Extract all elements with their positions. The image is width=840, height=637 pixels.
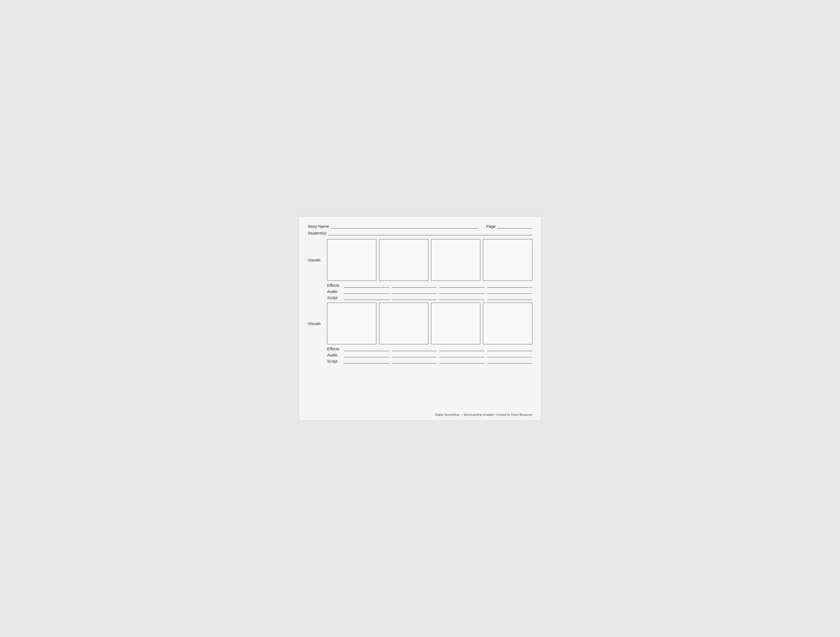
script-row-2: Script (327, 359, 532, 364)
effects-fields-1 (344, 284, 532, 288)
effects-label-2: Effects (327, 346, 341, 351)
page-group: Page (485, 224, 532, 229)
audio-label-2: Audio (327, 353, 341, 357)
script-row-1: Script (327, 296, 532, 300)
audio-line-2-1[interactable] (344, 354, 389, 357)
frame-2-3[interactable] (431, 303, 480, 345)
script-line-1-1[interactable] (344, 296, 389, 300)
audio-row-1: Audio (327, 289, 532, 294)
script-line-2-1[interactable] (344, 360, 389, 364)
effects-line-1-1[interactable] (344, 284, 389, 288)
audio-line-1-4[interactable] (487, 290, 532, 294)
frames-container-1 (327, 239, 532, 281)
frame-1-1[interactable] (327, 239, 376, 281)
effects-line-2-2[interactable] (392, 347, 437, 351)
effects-line-1-4[interactable] (487, 284, 532, 288)
audio-line-2-3[interactable] (439, 354, 485, 357)
script-fields-1 (344, 296, 532, 300)
storyboard-section-1: Visuals Effects Audio (308, 239, 532, 300)
audio-line-1-1[interactable] (344, 290, 389, 294)
students-line[interactable] (328, 232, 532, 235)
visuals-label-2: Visuals (308, 321, 327, 326)
students-row: Student(s) (308, 231, 532, 235)
script-fields-2 (344, 360, 532, 364)
effects-line-1-2[interactable] (392, 284, 437, 288)
frame-1-3[interactable] (431, 239, 480, 281)
frame-1-2[interactable] (379, 239, 428, 281)
audio-row-2: Audio (327, 353, 532, 357)
storyboard-page: Story Name Page Student(s) Visuals (299, 216, 541, 421)
students-label: Student(s) (308, 231, 326, 235)
page-line[interactable] (497, 225, 532, 229)
script-line-1-4[interactable] (487, 296, 532, 300)
script-line-2-4[interactable] (487, 360, 532, 364)
story-name-row: Story Name Page (308, 224, 532, 229)
story-name-label: Story Name (308, 224, 329, 229)
visuals-row-1: Visuals (308, 239, 532, 281)
script-line-1-3[interactable] (439, 296, 485, 300)
frame-2-4[interactable] (483, 303, 532, 345)
script-line-2-3[interactable] (439, 360, 485, 364)
storyboard-section-2: Visuals Effects Audio (308, 303, 532, 364)
footer-credit: Digital Storytelling — Storyboarding tem… (435, 413, 532, 416)
audio-line-2-4[interactable] (487, 354, 532, 357)
effects-fields-2 (344, 347, 532, 351)
effects-line-2-1[interactable] (344, 347, 389, 351)
header-section: Story Name Page Student(s) (308, 224, 532, 235)
effects-line-2-3[interactable] (439, 347, 485, 351)
story-name-line[interactable] (331, 225, 478, 229)
script-line-2-2[interactable] (392, 360, 437, 364)
script-line-1-2[interactable] (392, 296, 437, 300)
frame-1-4[interactable] (483, 239, 532, 281)
visuals-row-2: Visuals (308, 303, 532, 345)
effects-row-1: Effects (327, 283, 532, 288)
script-label-1: Script (327, 296, 341, 300)
effects-label-1: Effects (327, 283, 341, 288)
audio-line-1-3[interactable] (439, 290, 485, 294)
audio-fields-1 (344, 290, 532, 294)
script-label-2: Script (327, 359, 341, 364)
audio-line-2-2[interactable] (392, 354, 437, 357)
audio-label-1: Audio (327, 289, 341, 294)
metadata-section-2: Effects Audio Script (327, 346, 532, 364)
metadata-section-1: Effects Audio Script (327, 283, 532, 300)
effects-line-2-4[interactable] (487, 347, 532, 351)
page-label: Page (486, 224, 496, 229)
audio-fields-2 (344, 354, 532, 357)
frames-container-2 (327, 303, 532, 345)
effects-row-2: Effects (327, 346, 532, 351)
visuals-label-1: Visuals (308, 258, 327, 262)
audio-line-1-2[interactable] (392, 290, 437, 294)
frame-2-2[interactable] (379, 303, 428, 345)
frame-2-1[interactable] (327, 303, 376, 345)
effects-line-1-3[interactable] (439, 284, 485, 288)
